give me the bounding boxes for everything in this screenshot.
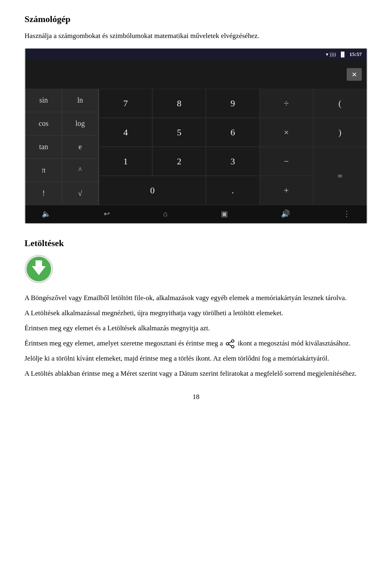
para4-before: Érintsen meg egy elemet, amelyet szeretn…: [24, 339, 223, 347]
btn-9[interactable]: 9: [206, 89, 259, 118]
calc-keyboard: sin ln cos log tan e π ^ ! √ 7 8 9 ÷ ( 4…: [25, 89, 367, 205]
intro-text: Használja a számgombokat és szimbólumoka…: [24, 31, 368, 41]
power-button[interactable]: ^: [62, 159, 99, 182]
para4-after: ikont a megosztási mód kiválasztásához.: [238, 339, 350, 347]
log-button[interactable]: log: [62, 112, 99, 135]
btn-1[interactable]: 1: [99, 147, 152, 176]
share-icon: [225, 339, 235, 349]
calc-nav-bar: 🔈 ↩ ⌂ ▣ 🔊 ⋮: [25, 205, 367, 223]
btn-minus[interactable]: −: [260, 147, 313, 176]
svg-point-4: [232, 340, 234, 342]
btn-8[interactable]: 8: [152, 89, 206, 118]
download-icon-container: [24, 255, 368, 292]
calculator-screenshot: ▾ )))) ▐▌ 15:57 ✕ sin ln cos log tan e π…: [24, 48, 368, 224]
btn-5[interactable]: 5: [152, 118, 206, 147]
section2-title: Letöltések: [24, 236, 368, 250]
btn-plus[interactable]: +: [260, 176, 313, 205]
sin-button[interactable]: sin: [25, 89, 62, 112]
btn-3[interactable]: 3: [206, 147, 259, 176]
calc-time: 15:57: [350, 50, 362, 58]
page-number: 18: [24, 392, 368, 402]
back-icon[interactable]: ↩: [104, 209, 110, 220]
tan-button[interactable]: tan: [25, 135, 62, 159]
page-title: Számológép: [24, 12, 368, 26]
letoltes-para5: Jelölje ki a törölni kívánt elemeket, ma…: [24, 353, 368, 364]
svg-rect-3: [36, 260, 42, 268]
svg-line-8: [229, 345, 232, 346]
battery-icon: ▐▌: [339, 51, 346, 58]
btn-rparen[interactable]: ): [313, 118, 367, 147]
volume-up-icon[interactable]: 🔊: [281, 209, 290, 220]
svg-point-5: [232, 345, 234, 348]
factorial-button[interactable]: !: [25, 182, 62, 205]
btn-equals[interactable]: =: [313, 147, 367, 205]
calc-left-panel: sin ln cos log tan e π ^ ! √: [25, 89, 99, 205]
btn-dot[interactable]: .: [206, 176, 259, 205]
btn-lparen[interactable]: (: [313, 89, 367, 118]
pi-button[interactable]: π: [25, 159, 62, 182]
btn-2[interactable]: 2: [152, 147, 206, 176]
wifi-icon: ▾ )))): [326, 51, 336, 58]
ln-button[interactable]: ln: [62, 89, 99, 112]
menu-icon[interactable]: ⋮: [343, 209, 350, 220]
btn-6[interactable]: 6: [206, 118, 259, 147]
btn-divide[interactable]: ÷: [260, 89, 313, 118]
home-icon[interactable]: ⌂: [163, 209, 167, 220]
letoltes-para6: A Letöltés ablakban érintse meg a Méret …: [24, 368, 368, 379]
letoltes-para4: Érintsen meg egy elemet, amelyet szeretn…: [24, 338, 368, 349]
recents-icon[interactable]: ▣: [221, 209, 228, 220]
svg-point-6: [226, 343, 229, 345]
download-icon: [24, 255, 53, 283]
btn-7[interactable]: 7: [99, 89, 152, 118]
letoltes-para3: Érintsen meg egy elemet és a Letöltések …: [24, 323, 368, 334]
sqrt-button[interactable]: √: [62, 182, 99, 205]
btn-4[interactable]: 4: [99, 118, 152, 147]
letoltes-para1: A Böngészővel vagy Emailből letöltött fi…: [24, 292, 368, 303]
letoltes-para2: A Letöltések alkalmazással megnézheti, ú…: [24, 307, 368, 318]
calc-status-bar: ▾ )))) ▐▌ 15:57: [25, 49, 367, 60]
btn-0[interactable]: 0: [99, 176, 206, 205]
svg-line-7: [229, 342, 232, 343]
e-button[interactable]: e: [62, 135, 99, 159]
calc-display: ✕: [25, 60, 367, 89]
volume-down-icon[interactable]: 🔈: [42, 209, 51, 220]
backspace-button[interactable]: ✕: [347, 68, 362, 81]
btn-multiply[interactable]: ×: [260, 118, 313, 147]
cos-button[interactable]: cos: [25, 112, 62, 135]
calc-right-panel: 7 8 9 ÷ ( 4 5 6 × ) 1 2 3 − = 0 . +: [99, 89, 367, 205]
